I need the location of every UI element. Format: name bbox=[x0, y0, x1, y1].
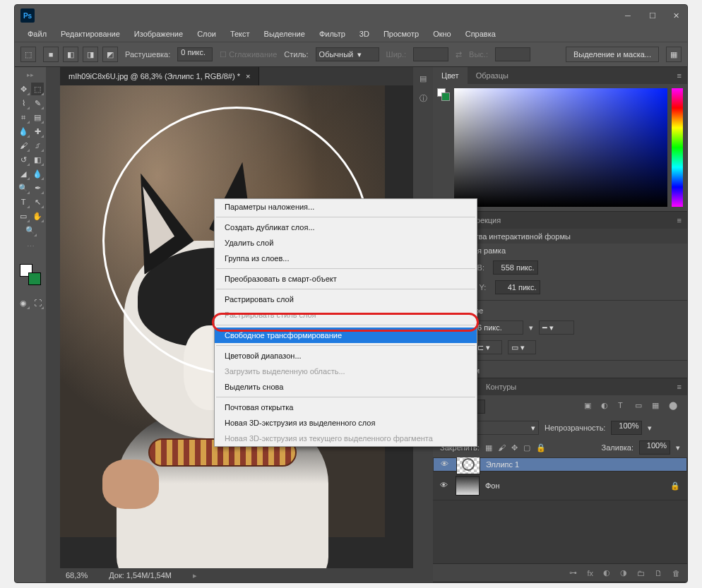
filter-image-icon[interactable]: ▣ bbox=[584, 401, 595, 412]
width-input[interactable]: 558 пикс. bbox=[493, 260, 538, 275]
menu-3d[interactable]: 3D bbox=[354, 28, 375, 40]
tool-preset-icon[interactable]: ⬚ bbox=[20, 47, 36, 62]
menu-filter[interactable]: Фильтр bbox=[314, 28, 351, 40]
lock-icon[interactable]: 🔒 bbox=[670, 481, 680, 491]
shape-tool[interactable]: ▭ bbox=[17, 210, 30, 222]
tab-paths[interactable]: Контуры bbox=[477, 378, 525, 395]
maximize-button[interactable]: ☐ bbox=[649, 11, 658, 20]
history-brush-tool[interactable]: ↺ bbox=[17, 153, 30, 166]
path-select-tool[interactable]: ↖ bbox=[31, 196, 44, 208]
context-menu-item[interactable]: Параметры наложения... bbox=[215, 199, 477, 215]
brush-tool[interactable]: 🖌 bbox=[17, 139, 30, 152]
layer-name[interactable]: Фон bbox=[485, 481, 500, 490]
delete-layer-icon[interactable]: 🗑 bbox=[672, 569, 680, 577]
menu-text[interactable]: Текст bbox=[225, 28, 256, 40]
new-layer-icon[interactable]: 🗋 bbox=[655, 569, 662, 577]
context-menu-item[interactable]: Группа из слоев... bbox=[215, 251, 477, 266]
dodge-tool[interactable]: 🔍 bbox=[17, 181, 30, 194]
selection-add-icon[interactable]: ◧ bbox=[63, 47, 78, 62]
filter-type-icon[interactable]: T bbox=[618, 401, 629, 412]
menu-file[interactable]: Файл bbox=[22, 28, 52, 40]
lock-position-icon[interactable]: ✥ bbox=[511, 443, 518, 452]
context-menu-item[interactable]: Преобразовать в смарт-объект bbox=[215, 271, 477, 287]
color-spectrum[interactable] bbox=[454, 88, 667, 207]
link-layers-icon[interactable]: ⊶ bbox=[569, 568, 577, 577]
opacity-input[interactable]: 100% bbox=[611, 421, 642, 435]
context-menu-item[interactable]: Растрировать слой bbox=[215, 292, 477, 307]
layer-item[interactable]: 👁 Эллипс 1 bbox=[433, 457, 687, 472]
menu-window[interactable]: Окно bbox=[427, 28, 457, 40]
menu-view[interactable]: Просмотр bbox=[378, 28, 424, 40]
join-select[interactable]: ⊏ ▾ bbox=[474, 340, 502, 354]
selection-subtract-icon[interactable]: ◨ bbox=[83, 47, 98, 62]
heal-tool[interactable]: ✚ bbox=[31, 125, 44, 138]
layer-item[interactable]: 👁 Фон 🔒 bbox=[433, 472, 687, 500]
stroke-width-input[interactable]: 6 пикс. bbox=[474, 320, 523, 335]
context-menu-item[interactable]: Свободное трансформирование bbox=[215, 328, 477, 343]
marquee-tool[interactable]: ⬚ bbox=[31, 83, 44, 95]
filter-smart-icon[interactable]: ▦ bbox=[652, 401, 663, 412]
hue-slider[interactable] bbox=[672, 88, 683, 207]
y-input[interactable]: 41 пикс. bbox=[495, 280, 540, 294]
stroke-style-select[interactable]: ━ ▾ bbox=[539, 320, 574, 335]
hand-tool[interactable]: ✋ bbox=[31, 210, 44, 222]
history-icon[interactable]: ▤ bbox=[420, 74, 427, 83]
menu-help[interactable]: Справка bbox=[460, 28, 501, 40]
style-select[interactable]: Обычный▾ bbox=[316, 47, 379, 61]
menu-layers[interactable]: Слои bbox=[191, 28, 222, 40]
stamp-tool[interactable]: ⎎ bbox=[31, 139, 44, 152]
color-swatches[interactable] bbox=[20, 264, 41, 285]
minimize-button[interactable]: ─ bbox=[625, 11, 633, 20]
gradient-tool[interactable]: ◢ bbox=[17, 167, 30, 180]
document-tab[interactable]: mIh09iC8x6U.jpg @ 68,3% (Эллипс 1, RGB/8… bbox=[60, 67, 259, 85]
context-menu-item[interactable]: Цветовой диапазон... bbox=[215, 348, 477, 364]
selection-new-icon[interactable]: ■ bbox=[43, 47, 59, 62]
quickmask-icon[interactable]: ◉ bbox=[17, 296, 30, 309]
tab-swatches[interactable]: Образцы bbox=[468, 67, 517, 84]
context-menu-item[interactable]: Создать дубликат слоя... bbox=[215, 220, 477, 235]
quick-select-tool[interactable]: ✎ bbox=[31, 97, 44, 109]
lock-pixels-icon[interactable]: ▦ bbox=[485, 443, 492, 452]
context-menu-item[interactable]: Удалить слой bbox=[215, 235, 477, 251]
group-icon[interactable]: 🗀 bbox=[637, 569, 645, 577]
align-select[interactable]: ▭ ▾ bbox=[508, 340, 536, 354]
lock-artboard-icon[interactable]: ▢ bbox=[523, 443, 530, 452]
info-icon[interactable]: ⓘ bbox=[420, 93, 427, 104]
layer-thumb[interactable] bbox=[456, 457, 480, 474]
zoom-value[interactable]: 68,3% bbox=[66, 571, 88, 580]
move-tool[interactable]: ✥ bbox=[17, 83, 30, 95]
fill-input[interactable]: 100% bbox=[639, 440, 670, 455]
feather-input[interactable]: 0 пикс. bbox=[177, 47, 213, 61]
filter-adjust-icon[interactable]: ◐ bbox=[601, 401, 612, 412]
pen-tool[interactable]: ✒ bbox=[31, 181, 44, 194]
context-menu-item[interactable]: Выделить снова bbox=[215, 379, 477, 395]
close-button[interactable]: ✕ bbox=[673, 11, 682, 20]
zoom-tool[interactable]: 🔍 bbox=[24, 224, 37, 236]
context-menu[interactable]: Параметры наложения...Создать дубликат с… bbox=[214, 198, 477, 447]
lasso-tool[interactable]: ⌇ bbox=[17, 97, 30, 109]
layer-style-icon[interactable]: fx bbox=[587, 569, 593, 577]
menu-image[interactable]: Изображение bbox=[129, 28, 189, 40]
eraser-tool[interactable]: ◧ bbox=[31, 153, 44, 166]
selection-intersect-icon[interactable]: ◩ bbox=[102, 47, 118, 62]
tab-close-icon[interactable]: × bbox=[246, 72, 250, 80]
filter-shape-icon[interactable]: ▭ bbox=[635, 401, 646, 412]
crop-tool[interactable]: ⌗ bbox=[17, 111, 30, 124]
visibility-icon[interactable]: 👁 bbox=[440, 481, 450, 491]
lock-brush-icon[interactable]: 🖌 bbox=[498, 443, 506, 452]
lock-all-icon[interactable]: 🔒 bbox=[536, 443, 546, 452]
filter-toggle-icon[interactable]: ⬤ bbox=[669, 401, 680, 412]
adjustment-layer-icon[interactable]: ◑ bbox=[620, 568, 627, 577]
doc-size[interactable]: Док: 1,54M/1,54M bbox=[109, 571, 172, 580]
select-and-mask-button[interactable]: Выделение и маска... bbox=[566, 47, 659, 62]
layer-mask-icon[interactable]: ◐ bbox=[603, 568, 610, 577]
frame-tool[interactable]: ▤ bbox=[31, 111, 44, 124]
panel-menu-icon[interactable]: ≡ bbox=[672, 216, 687, 224]
workspace-icon[interactable]: ▦ bbox=[666, 47, 682, 62]
layer-thumb[interactable] bbox=[456, 476, 480, 496]
menu-edit[interactable]: Редактирование bbox=[55, 28, 126, 40]
blur-tool[interactable]: 💧 bbox=[31, 167, 44, 180]
type-tool[interactable]: T bbox=[17, 196, 30, 208]
visibility-icon[interactable]: 👁 bbox=[441, 460, 451, 469]
tab-color[interactable]: Цвет bbox=[433, 67, 468, 84]
